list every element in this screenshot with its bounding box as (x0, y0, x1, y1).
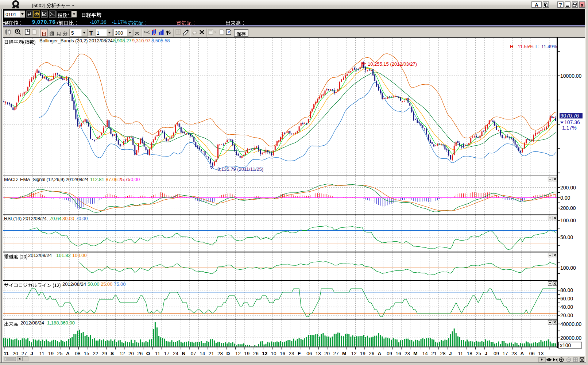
svg-text:11: 11 (39, 351, 45, 356)
svg-text:A: A (66, 351, 70, 356)
svg-text:26: 26 (137, 351, 143, 356)
svg-text:25: 25 (476, 351, 481, 356)
svg-text:10000.00: 10000.00 (560, 73, 582, 79)
svg-text:MACD_EMA_Signal (12,26,9) 2012: MACD_EMA_Signal (12,26,9) 2012/08/24 (4, 177, 88, 182)
svg-text:21: 21 (209, 351, 214, 356)
svg-text:A: A (535, 2, 538, 8)
svg-text:26: 26 (369, 351, 374, 356)
svg-text:12: 12 (120, 351, 125, 356)
svg-text:L:: L: (535, 44, 539, 49)
svg-text:A: A (378, 351, 382, 356)
svg-text:2012/08/24: 2012/08/24 (20, 320, 44, 326)
svg-text:0.00: 0.00 (560, 195, 570, 201)
svg-text:26: 26 (253, 351, 259, 356)
svg-text:07: 07 (191, 351, 196, 356)
svg-text:70.00: 70.00 (76, 216, 88, 221)
svg-text:23: 23 (289, 351, 294, 356)
svg-text:20000.00: 20000.00 (560, 335, 582, 341)
svg-text:19: 19 (244, 351, 249, 356)
svg-text:100.00: 100.00 (72, 253, 87, 258)
svg-text:17: 17 (164, 351, 170, 356)
svg-text:8,135.79 (2011/11/25): 8,135.79 (2011/11/25) (217, 166, 263, 172)
svg-text:8,908.27: 8,908.27 (113, 38, 132, 43)
svg-text:18: 18 (467, 351, 472, 356)
svg-text:5: 5 (71, 30, 74, 36)
svg-text:8,505.58: 8,505.58 (151, 38, 170, 43)
svg-text:Bollinger_Bands (20,2) 2012/08: Bollinger_Bands (20,2) 2012/08/24 (39, 38, 113, 43)
svg-text:300: 300 (115, 30, 123, 36)
svg-text:2012/08/24: 2012/08/24 (28, 253, 52, 258)
svg-text:20: 20 (324, 351, 330, 356)
svg-text:28: 28 (440, 351, 446, 356)
svg-text:13: 13 (538, 351, 543, 356)
svg-text:F: F (298, 351, 301, 356)
svg-text:14: 14 (422, 351, 428, 356)
svg-text:11: 11 (155, 351, 160, 356)
svg-text:87.06: 87.06 (106, 177, 118, 182)
svg-text:12: 12 (262, 351, 267, 356)
svg-text:12: 12 (351, 351, 356, 356)
svg-text:25.75: 25.75 (119, 177, 131, 182)
svg-text:T: T (89, 30, 93, 37)
svg-text:9,070.76: 9,070.76 (32, 19, 55, 25)
svg-text:11: 11 (4, 351, 9, 356)
svg-text:24: 24 (173, 351, 179, 356)
svg-text:107.36: 107.36 (564, 119, 580, 125)
svg-text:30.00: 30.00 (62, 216, 74, 221)
svg-text:D: D (227, 351, 230, 356)
svg-text:x: x (581, 2, 584, 8)
svg-text:O: O (146, 351, 150, 356)
svg-text:70.64: 70.64 (50, 216, 62, 221)
svg-text:9070.76: 9070.76 (561, 113, 579, 119)
svg-text:11.49%: 11.49% (541, 44, 557, 49)
svg-text:60.00: 60.00 (560, 296, 573, 301)
svg-text:0.00: 0.00 (131, 177, 140, 182)
svg-text:-107.36: -107.36 (90, 19, 107, 25)
svg-text:06: 06 (529, 351, 535, 356)
svg-text:9,310.97: 9,310.97 (132, 38, 151, 43)
svg-text:1: 1 (97, 30, 100, 36)
svg-text:A: A (520, 351, 524, 356)
svg-text:J: J (30, 351, 33, 356)
svg-text:1.17%: 1.17% (562, 125, 577, 131)
svg-text:200.00: 200.00 (560, 185, 576, 191)
svg-text:23: 23 (511, 351, 517, 356)
svg-text:M: M (413, 351, 417, 356)
svg-text:25: 25 (57, 351, 63, 356)
svg-text:11: 11 (458, 351, 463, 356)
svg-text:16: 16 (396, 351, 401, 356)
svg-text:N: N (182, 351, 185, 356)
svg-text:22: 22 (93, 351, 98, 356)
svg-text:19: 19 (48, 351, 54, 356)
svg-text:S: S (111, 351, 114, 356)
svg-text:P: P (228, 30, 230, 34)
svg-text:40.00: 40.00 (560, 304, 573, 310)
svg-text:20: 20 (12, 351, 18, 356)
svg-text:19: 19 (360, 351, 365, 356)
svg-text:100.00: 100.00 (560, 265, 576, 271)
svg-text:100.00: 100.00 (560, 218, 576, 223)
svg-text:13: 13 (316, 351, 321, 356)
svg-text:RSI (14) 2012/08/24: RSI (14) 2012/08/24 (4, 216, 47, 221)
svg-text:40000.00: 40000.00 (560, 321, 582, 327)
svg-text:112.81: 112.81 (90, 177, 104, 182)
svg-text:29: 29 (102, 351, 107, 356)
svg-text:16: 16 (280, 351, 285, 356)
svg-text:28: 28 (217, 351, 223, 356)
svg-text:27: 27 (333, 351, 339, 356)
svg-text:80.00: 80.00 (560, 287, 573, 293)
svg-text:15: 15 (84, 351, 89, 356)
svg-text:?: ? (559, 2, 562, 8)
svg-text:06: 06 (306, 351, 312, 356)
svg-text:20: 20 (128, 351, 134, 356)
svg-text:23: 23 (405, 351, 410, 356)
svg-text:25.00: 25.00 (101, 281, 113, 287)
svg-text:2012/08/24: 2012/08/24 (62, 281, 86, 287)
svg-text:H:: H: (510, 44, 515, 49)
svg-text:17: 17 (503, 351, 508, 356)
svg-text:20.00: 20.00 (560, 312, 573, 318)
svg-text:J: J (485, 351, 488, 356)
svg-text:101.82: 101.82 (56, 253, 71, 258)
svg-text:27: 27 (22, 351, 27, 356)
svg-text:10,255.15 (2012/03/27): 10,255.15 (2012/03/27) (368, 61, 417, 67)
